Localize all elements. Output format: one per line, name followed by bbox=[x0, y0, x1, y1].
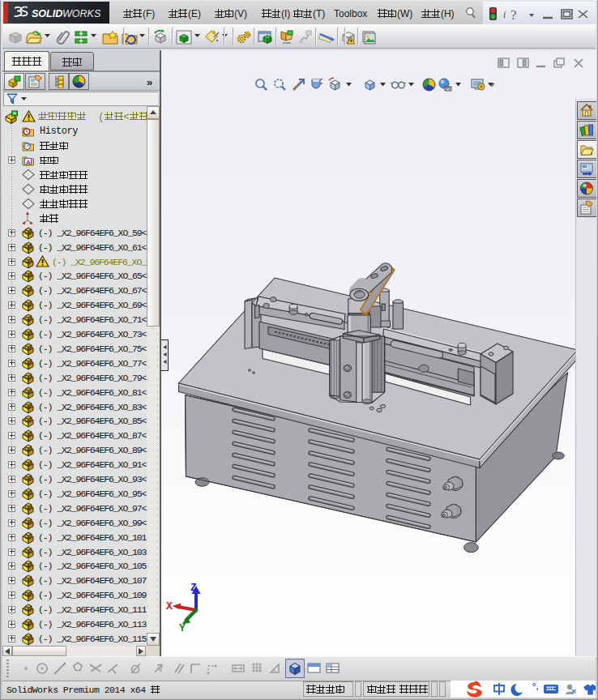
svg-text:Z: Z bbox=[190, 582, 197, 594]
svg-text:SOLID: SOLID bbox=[32, 8, 62, 19]
svg-text:i: i bbox=[503, 9, 506, 20]
svg-text:?: ? bbox=[510, 7, 517, 22]
svg-text:A: A bbox=[26, 159, 31, 166]
svg-text:°,: °, bbox=[532, 681, 538, 691]
svg-text:WORKS: WORKS bbox=[62, 8, 101, 19]
svg-text:X: X bbox=[166, 600, 173, 612]
svg-text:Y: Y bbox=[179, 622, 186, 634]
